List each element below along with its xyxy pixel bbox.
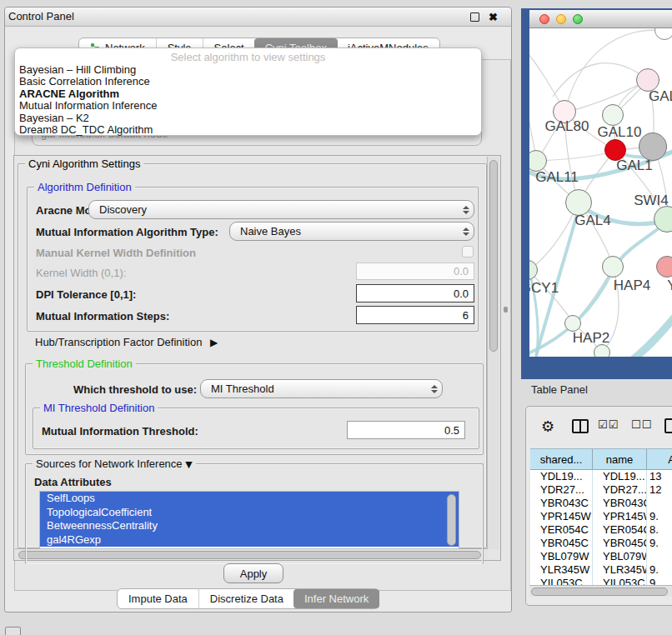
minimize-traffic-light-icon[interactable] [556,14,566,24]
select-all-checkboxes-icon[interactable]: ☑☑ [598,418,619,431]
dpi-tolerance-field[interactable] [356,284,474,302]
cell-shared-name[interactable]: YDL19... [530,470,592,483]
manual-kernel-width-checkbox[interactable] [462,246,474,258]
list-item[interactable]: SelfLoops [40,492,459,506]
tab-impute-data[interactable]: Impute Data [118,589,198,608]
cell-name[interactable]: YPR145W [592,510,646,523]
cell-value[interactable]: 9. [646,563,672,577]
cell-value[interactable]: 12 [646,483,672,497]
cell-shared-name[interactable]: YDR27... [530,483,592,497]
cell-value[interactable]: 9. [646,537,672,550]
table-row[interactable]: YBL079WYBL079W [530,550,672,563]
vertical-scrollbar-thumb[interactable] [489,160,498,352]
mi-steps-field[interactable] [356,306,474,324]
cell-shared-name[interactable]: YBR043C [530,497,592,510]
network-node[interactable] [602,104,624,126]
new-table-icon[interactable] [664,418,672,433]
data-attributes-list[interactable]: SelfLoops TopologicalCoefficient Between… [39,491,459,549]
collapse-down-icon[interactable]: ▼ [185,459,192,470]
which-threshold-combo[interactable]: MI Threshold [200,379,443,398]
table-body: YDL19...YDL19...13 YDR27...YDR27...12 YB… [530,470,672,592]
float-window-icon[interactable] [470,12,479,22]
dropdown-item[interactable]: Bayesian – Hill Climbing [15,64,481,76]
mi-threshold-field[interactable] [347,421,465,439]
mi-algorithm-type-combo[interactable]: Naive Bayes [229,222,474,241]
cell-name[interactable]: YER054C [592,523,646,537]
gear-icon[interactable]: ⚙ [541,418,554,435]
combo-stepper-icon [459,228,474,236]
cell-name[interactable]: YDR27... [592,483,646,497]
column-header[interactable]: shared... [530,449,592,469]
node-label: GAL11 [535,169,579,186]
vertical-scrollbar[interactable] [487,157,499,549]
cyni-algorithm-settings-group: Cyni Algorithm Settings Algorithm Defini… [18,163,487,548]
node-label: GAL10 [598,124,642,141]
table-row[interactable]: YPR145WYPR145W9. [530,510,672,523]
cell-name[interactable]: YBR043C [592,497,646,510]
manual-kernel-width-label: Manual Kernel Width Definition [36,247,196,259]
network-node[interactable] [639,132,667,161]
network-node[interactable] [564,315,581,332]
settings-scrollpane: Cyni Algorithm Settings Algorithm Defini… [13,155,501,561]
cell-value[interactable]: 9. [646,510,672,523]
list-item[interactable]: TopologicalCoefficient [40,506,459,520]
network-node[interactable] [656,256,672,278]
cell-shared-name[interactable]: YBR045C [530,537,592,550]
cell-shared-name[interactable]: YPR145W [530,510,592,523]
network-window-titlebar[interactable] [529,10,672,28]
dpi-tolerance-label: DPI Tolerance [0,1]: [36,288,136,301]
sources-legend-text: Sources for Network Inference [36,458,183,470]
close-traffic-light-icon[interactable] [539,14,549,24]
dropdown-item[interactable]: Bayesian – K2 [15,112,481,124]
dropdown-item[interactable]: Basic Correlation Inference [15,76,481,88]
dropdown-item[interactable]: Dream8 DC_TDC Algorithm [15,124,481,136]
table-row[interactable]: YDR27...YDR27...12 [530,483,672,497]
list-item[interactable]: BetweennessCentrality [40,519,459,533]
table-row[interactable]: YBR045CYBR045C9. [530,537,672,550]
network-view-window: GAL GAL80 GAL10 GAL1 GAL11 SWI4 GAL4 GCY… [521,8,672,379]
cell-value[interactable]: 13 [646,470,672,483]
table-row[interactable]: YDL19...YDL19...13 [530,470,672,483]
kernel-width-field[interactable] [356,262,474,280]
tab-infer-network[interactable]: Infer Network [293,589,379,608]
zoom-traffic-light-icon[interactable] [573,14,583,24]
cell-name[interactable]: YLR345W [592,563,646,577]
node-label: HAP4 [614,278,650,294]
column-header[interactable]: A [646,449,672,469]
node-label: GAL4 [574,212,610,229]
minimized-panel-icon[interactable] [5,627,21,635]
cell-name[interactable]: YBL079W [592,550,646,563]
algorithm-dropdown-popup: Select algorithm to view settings Bayesi… [14,48,482,136]
tab-discretize-data[interactable]: Discretize Data [198,589,294,608]
network-node[interactable] [602,256,624,278]
hub-tf-definition-toggle[interactable]: Hub/Transcription Factor Definition ▶ [35,336,218,348]
column-header[interactable]: name [592,449,646,469]
table-row[interactable]: YER054CYER054C8. [530,523,672,537]
deselect-all-checkboxes-icon[interactable]: ☐☐ [631,418,652,431]
cell-value[interactable]: 8. [646,523,672,537]
list-scrollbar-thumb[interactable] [447,494,456,546]
cell-value[interactable] [646,497,672,510]
split-columns-icon[interactable] [572,419,589,433]
cell-name[interactable]: YDL19... [592,470,646,483]
list-item[interactable]: gal4RGexp [40,533,459,548]
table-horizontal-scrollbar-thumb[interactable] [531,588,668,596]
cell-shared-name[interactable]: YER054C [530,523,592,537]
algorithm-definition-group: Algorithm Definition Aracne Mode: Discov… [27,187,479,332]
cell-name[interactable]: YBR045C [592,537,646,550]
aracne-mode-combo[interactable]: Discovery [88,200,474,219]
close-icon[interactable]: ✖ [489,11,498,23]
cell-shared-name[interactable]: YLR345W [530,563,592,577]
which-threshold-value: MI Threshold [201,382,427,395]
network-canvas[interactable]: GAL GAL80 GAL10 GAL1 GAL11 SWI4 GAL4 GCY… [529,28,672,357]
table-horizontal-scrollbar[interactable] [529,585,672,597]
dropdown-item[interactable]: Mutual Information Inference [15,100,481,112]
cell-shared-name[interactable]: YBL079W [530,550,592,563]
cell-value[interactable] [646,550,672,563]
data-attributes-label: Data Attributes [34,476,112,488]
dropdown-item-selected[interactable]: ARACNE Algorithm [15,88,481,100]
apply-button[interactable]: Apply [223,563,283,583]
table-row[interactable]: YLR345WYLR345W9. [530,563,672,577]
splitpane-divider-handle[interactable] [504,307,508,312]
table-row[interactable]: YBR043CYBR043C [530,497,672,510]
